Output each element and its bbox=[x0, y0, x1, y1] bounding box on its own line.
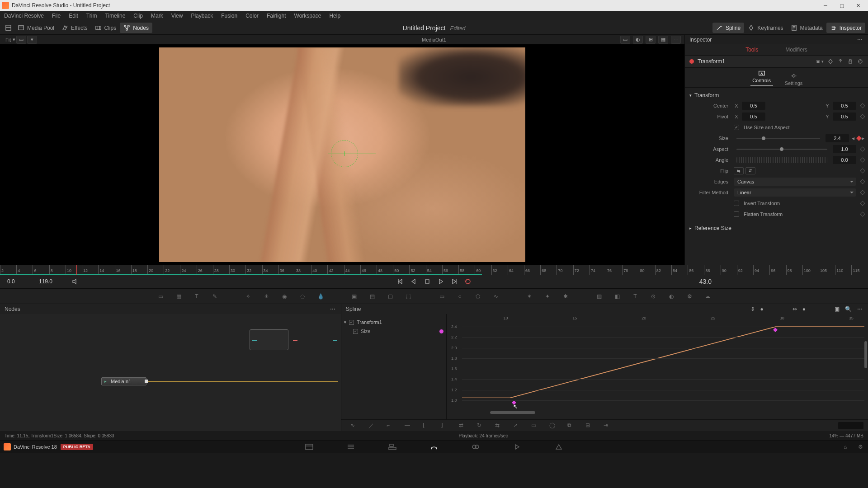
spline-h-scroll[interactable] bbox=[490, 411, 535, 414]
zoom-tool-icon[interactable]: 🔍 bbox=[845, 306, 852, 312]
home-icon[interactable]: ⌂ bbox=[844, 444, 850, 450]
page-deliver[interactable] bbox=[554, 443, 564, 451]
spline-graph[interactable]: ↖ 2.42.22.01.81.61.41.21.0101520253035 bbox=[446, 314, 868, 419]
flip-v[interactable]: ⇵ bbox=[745, 167, 755, 174]
keyframe-diamond[interactable] bbox=[860, 168, 865, 173]
prender-icon[interactable]: ✦ bbox=[543, 292, 552, 301]
aspect-slider[interactable] bbox=[736, 149, 827, 150]
menu-color[interactable]: Color bbox=[241, 11, 263, 21]
node-port-out[interactable] bbox=[293, 340, 297, 341]
viewer-more[interactable]: ⋯ bbox=[671, 36, 681, 44]
versions-icon[interactable]: ▣ ▾ bbox=[816, 59, 824, 64]
timeline-ruler[interactable]: 2468101214161820222426283032343638404244… bbox=[0, 265, 868, 275]
close-button[interactable]: ✕ bbox=[850, 0, 866, 10]
playhead[interactable] bbox=[76, 265, 77, 275]
image-plane-icon[interactable]: ▨ bbox=[594, 292, 604, 301]
spline-select[interactable]: ▭ bbox=[531, 422, 538, 429]
page-cut[interactable] bbox=[346, 443, 356, 451]
keyframe-diamond[interactable] bbox=[860, 190, 865, 195]
keyframes-button[interactable]: Keyframes bbox=[744, 23, 787, 33]
spline-button[interactable]: Spline bbox=[712, 23, 744, 33]
keyframe-diamond[interactable] bbox=[860, 157, 865, 162]
maximize-button[interactable]: ▢ bbox=[834, 0, 850, 10]
fit-dropdown[interactable]: ▾ bbox=[13, 37, 15, 42]
edges-select[interactable]: Canvas bbox=[734, 178, 856, 186]
play[interactable] bbox=[437, 278, 444, 285]
node-port-in[interactable] bbox=[333, 340, 337, 341]
metadata-button[interactable]: Metadata bbox=[787, 23, 826, 33]
clips-button[interactable]: Clips bbox=[91, 23, 120, 33]
zoom-fit-icon[interactable]: ▣ bbox=[835, 306, 840, 312]
play-reverse[interactable] bbox=[410, 278, 417, 285]
menu-davinci-resolve[interactable]: DaVinci Resolve bbox=[0, 11, 48, 21]
camera3d-icon[interactable]: ⊙ bbox=[649, 292, 658, 301]
viewer-opt-a[interactable]: ▭ bbox=[620, 36, 630, 44]
viewer-layout-b[interactable]: ▾ bbox=[27, 36, 37, 44]
flatten-check[interactable] bbox=[734, 211, 739, 217]
particles-icon[interactable]: ✶ bbox=[525, 292, 534, 301]
tree-size[interactable]: Size bbox=[344, 327, 443, 336]
section-reference-size[interactable]: ▸Reference Size bbox=[685, 223, 868, 233]
page-color[interactable] bbox=[471, 443, 481, 451]
inspector-button[interactable]: Inspector bbox=[826, 23, 865, 33]
viewer-opt-b[interactable]: ◐ bbox=[633, 36, 643, 44]
nodes-menu[interactable]: ⋯ bbox=[330, 306, 336, 312]
bspline-icon[interactable]: ∿ bbox=[491, 292, 500, 301]
menu-view[interactable]: View bbox=[167, 11, 187, 21]
node-port[interactable] bbox=[252, 340, 257, 341]
text3d-icon[interactable]: T bbox=[631, 292, 640, 301]
inspector-menu[interactable]: ⋯ bbox=[857, 37, 863, 43]
zoom-h-icon[interactable]: ⇔ bbox=[793, 306, 797, 312]
nodes-canvas[interactable]: MediaIn1 bbox=[0, 314, 341, 431]
aspect-field[interactable]: 1.0 bbox=[833, 145, 856, 153]
keyframe-diamond[interactable] bbox=[860, 103, 865, 108]
subtab-settings[interactable]: Settings bbox=[785, 73, 803, 87]
ellipse-icon[interactable]: ○ bbox=[455, 292, 464, 301]
spline-pingpong[interactable]: ⇆ bbox=[495, 422, 502, 429]
menu-file[interactable]: File bbox=[48, 11, 65, 21]
rectangle-icon[interactable]: ▭ bbox=[437, 292, 446, 301]
keyframe-diamond[interactable] bbox=[860, 201, 865, 206]
viewer-opt-c[interactable]: ⊞ bbox=[646, 36, 656, 44]
spline-linear[interactable]: ／ bbox=[368, 422, 376, 429]
angle-dial[interactable] bbox=[736, 157, 827, 163]
spline-value-field[interactable] bbox=[838, 422, 863, 429]
spline-flat[interactable]: — bbox=[405, 422, 412, 429]
size-keyframe[interactable] bbox=[856, 136, 861, 141]
zoom-dot-v[interactable]: ● bbox=[760, 306, 764, 312]
spline-reverse[interactable]: ⇄ bbox=[459, 422, 466, 429]
spline-paste[interactable]: ⊟ bbox=[585, 422, 593, 429]
menu-playback[interactable]: Playback bbox=[187, 11, 217, 21]
blur-icon[interactable]: ◌ bbox=[298, 292, 307, 301]
spline-ease-in[interactable]: ⌊ bbox=[423, 422, 430, 429]
tree-transform[interactable]: ▾Transform1 bbox=[344, 318, 443, 327]
light-icon[interactable]: ◐ bbox=[667, 292, 676, 301]
paint-icon[interactable]: ✎ bbox=[210, 292, 219, 301]
reset-icon[interactable] bbox=[857, 58, 863, 65]
first-frame[interactable] bbox=[396, 278, 404, 285]
size-check[interactable] bbox=[353, 329, 358, 334]
menu-mark[interactable]: Mark bbox=[147, 11, 167, 21]
spline-step[interactable]: ⌐ bbox=[387, 422, 394, 429]
merge-icon[interactable]: ▣ bbox=[349, 292, 359, 301]
transform-icon[interactable]: ▢ bbox=[386, 292, 395, 301]
lock-icon[interactable] bbox=[847, 58, 854, 65]
current-frame[interactable]: 43.0 bbox=[684, 278, 712, 285]
menu-clip[interactable]: Clip bbox=[129, 11, 147, 21]
transform-widget[interactable] bbox=[331, 140, 358, 167]
menu-edit[interactable]: Edit bbox=[65, 11, 82, 21]
invert-check[interactable] bbox=[734, 201, 739, 206]
tab-modifiers[interactable]: Modifiers bbox=[781, 46, 812, 54]
mediain-output[interactable] bbox=[145, 380, 148, 383]
layout-dropdown[interactable] bbox=[3, 23, 14, 33]
matte-icon[interactable]: ▤ bbox=[368, 292, 377, 301]
merge3d-icon[interactable]: ☁ bbox=[703, 292, 712, 301]
pivot-y-field[interactable]: 0.5 bbox=[833, 113, 856, 121]
brightness-icon[interactable]: ☀ bbox=[262, 292, 271, 301]
loop[interactable] bbox=[464, 278, 472, 285]
menu-fusion[interactable]: Fusion bbox=[217, 11, 241, 21]
pemitter-icon[interactable]: ✱ bbox=[561, 292, 570, 301]
center-x-field[interactable]: 0.5 bbox=[742, 102, 765, 110]
range-start[interactable]: 0.0 bbox=[7, 278, 34, 285]
keyframe-diamond[interactable] bbox=[860, 179, 865, 184]
